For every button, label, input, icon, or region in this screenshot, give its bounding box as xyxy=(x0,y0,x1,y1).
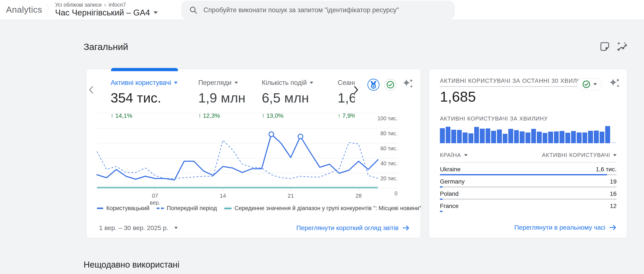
country-bar xyxy=(440,211,616,212)
minute-bar xyxy=(582,132,588,143)
legend-label: Попередній період xyxy=(167,205,217,212)
minute-bar xyxy=(491,131,496,143)
minute-bar xyxy=(577,132,582,143)
carousel-prev-button[interactable] xyxy=(87,85,96,95)
notes-icon[interactable] xyxy=(600,41,610,52)
minute-bar xyxy=(514,130,519,143)
minute-bar xyxy=(474,127,479,143)
minute-bar xyxy=(560,131,564,143)
arrow-right-icon xyxy=(609,224,616,231)
chevron-down-icon xyxy=(594,83,597,85)
minute-bar xyxy=(571,131,576,143)
minute-bar xyxy=(446,127,451,143)
minute-bar xyxy=(486,128,490,143)
legend-item: Користувацький xyxy=(97,205,150,212)
minute-bar xyxy=(508,129,513,143)
analytics-logo[interactable]: Analytics xyxy=(6,5,42,15)
data-quality-icon[interactable] xyxy=(384,78,396,91)
per-minute-label: АКТИВНІ КОРИСТУВАЧІ ЗА ХВИЛИНУ xyxy=(440,115,548,122)
metric-value: 6,5 млн xyxy=(262,90,313,106)
minute-bar xyxy=(503,134,508,143)
benchmark-band-swatch xyxy=(224,207,232,210)
country-users: 19 xyxy=(610,178,616,185)
property-switcher[interactable]: Час Чернігівський – GA4 xyxy=(55,8,158,17)
country-name: Ukraine xyxy=(440,166,460,173)
users-column-selector[interactable]: АКТИВНІ КОРИСТУВАЧІ xyxy=(542,152,616,158)
realtime-table-header: КРАЇНА АКТИВНІ КОРИСТУВАЧІ xyxy=(440,152,616,158)
realtime-country-table: Ukraine1,6 тис.Germany19Poland16France12 xyxy=(440,166,616,214)
metric-value: 1,9 млн xyxy=(198,90,246,106)
users-column-label: АКТИВНІ КОРИСТУВАЧІ xyxy=(542,152,610,158)
dashed-line-swatch xyxy=(157,208,164,209)
sparkle-insights-icon[interactable] xyxy=(608,77,621,90)
chevron-down-icon xyxy=(174,82,178,84)
minute-bar xyxy=(600,132,604,143)
app-header: Analytics Усі облікові записи › infocn7 … xyxy=(0,0,644,20)
country-users: 1,6 тис. xyxy=(596,166,616,173)
svg-text:80 тис.: 80 тис. xyxy=(380,130,398,136)
legend-label: Користувацький xyxy=(106,205,150,212)
breadcrumb-accounts: Усі облікові записи xyxy=(55,2,102,8)
legend-label: Серединне значення й діапазон у групі ко… xyxy=(234,205,421,212)
svg-text:60 тис.: 60 тис. xyxy=(380,145,398,151)
metric-value: 1,6 млн xyxy=(338,90,355,106)
chevron-down-icon xyxy=(310,82,313,84)
minute-bar xyxy=(497,130,502,143)
property-title: Час Чернігівський – GA4 xyxy=(55,8,150,17)
view-reports-snapshot-label: Переглянути короткий огляд звітів xyxy=(296,224,398,232)
date-range-label: 1 вер. – 30 вер. 2025 р. xyxy=(99,224,168,232)
search-input[interactable] xyxy=(204,6,439,14)
realtime-data-quality-button[interactable] xyxy=(577,78,602,90)
country-name: Poland xyxy=(440,190,458,197)
minute-bar xyxy=(565,133,570,143)
minute-bar xyxy=(457,130,462,143)
minute-bar xyxy=(594,130,599,143)
metric-label-dropdown[interactable]: Кількість подій xyxy=(262,79,313,86)
minute-bar xyxy=(520,132,524,143)
country-column-label: КРАЇНА xyxy=(440,152,461,158)
minute-bar xyxy=(480,129,485,143)
metric-value: 354 тис. xyxy=(110,90,178,106)
active-users-30min-value: 1,685 xyxy=(440,88,476,105)
metric-label-dropdown[interactable]: Перегляди xyxy=(198,79,246,86)
country-row: Ukraine1,6 тис. xyxy=(440,166,616,176)
svg-text:07: 07 xyxy=(152,192,158,199)
svg-text:21: 21 xyxy=(288,192,294,199)
active-users-trend-chart: 100 тис.80 тис.60 тис.40 тис.20 тис.007в… xyxy=(86,110,408,210)
country-name: Germany xyxy=(440,178,464,185)
arrow-right-icon xyxy=(402,225,410,231)
search-bar[interactable] xyxy=(181,1,455,20)
minute-bar xyxy=(537,132,542,143)
minute-bar xyxy=(440,128,445,143)
view-realtime-link[interactable]: Переглянути в реальному часі xyxy=(514,224,616,231)
active-users-per-minute-chart xyxy=(440,125,616,143)
insights-icon[interactable] xyxy=(616,41,627,52)
benchmarking-medal-icon[interactable] xyxy=(367,78,380,91)
minute-bar xyxy=(548,132,553,143)
realtime-title: АКТИВНІ КОРИСТУВАЧІ ЗА ОСТАННІ 30 ХВИЛИН xyxy=(440,78,586,87)
chevron-down-icon xyxy=(234,82,238,84)
minute-bar xyxy=(542,133,548,143)
metric-label-dropdown[interactable]: Активні користувачі xyxy=(110,79,178,86)
chevron-down-icon xyxy=(613,154,616,156)
minute-bar xyxy=(451,130,456,143)
metric-label-dropdown[interactable]: Сеанси xyxy=(338,79,355,86)
recently-used-title: Нещодавно використані xyxy=(84,260,180,270)
date-range-selector[interactable]: 1 вер. – 30 вер. 2025 р. xyxy=(99,224,178,232)
chart-legend: КористувацькийПопередній періодСерединне… xyxy=(97,205,421,212)
breadcrumb[interactable]: Усі облікові записи › infocn7 xyxy=(55,2,126,8)
view-realtime-label: Переглянути в реальному часі xyxy=(514,224,606,231)
sparkle-insights-icon[interactable] xyxy=(401,78,414,91)
search-icon xyxy=(189,6,198,14)
minute-bar xyxy=(605,126,610,143)
view-reports-snapshot-link[interactable]: Переглянути короткий огляд звітів xyxy=(296,224,410,232)
breadcrumb-account: infocn7 xyxy=(109,2,126,8)
country-bar xyxy=(440,174,616,176)
minute-bar xyxy=(526,132,530,143)
country-column-selector[interactable]: КРАЇНА xyxy=(440,152,468,158)
country-users: 16 xyxy=(610,190,616,197)
legend-item: Попередній період xyxy=(157,205,217,212)
minute-bar xyxy=(588,131,593,143)
svg-text:40 тис.: 40 тис. xyxy=(380,160,398,166)
minute-bar xyxy=(463,132,468,143)
